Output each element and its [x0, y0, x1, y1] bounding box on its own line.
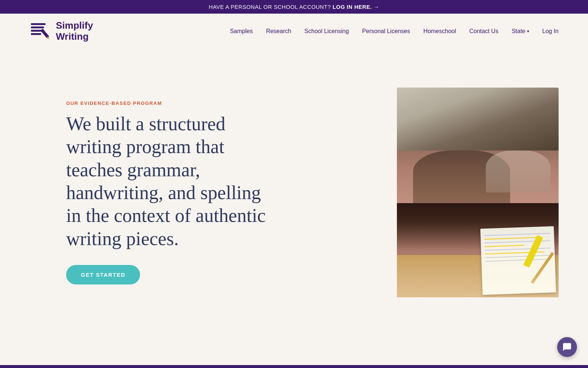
- nav-samples[interactable]: Samples: [230, 28, 253, 34]
- main-nav: Simplify Writing Samples Research School…: [0, 14, 588, 49]
- banner-icon: →: [374, 4, 379, 10]
- nav-state-dropdown[interactable]: State ▾: [512, 28, 529, 35]
- svg-rect-1: [31, 26, 44, 28]
- nav-school-licensing[interactable]: School Licensing: [304, 28, 349, 34]
- logo-text: Simplify Writing: [56, 20, 93, 42]
- hero-text-block: OUR EVIDENCE-BASED PROGRAM We built a st…: [66, 100, 272, 284]
- hero-section: OUR EVIDENCE-BASED PROGRAM We built a st…: [0, 49, 588, 343]
- bottom-bar: [0, 365, 588, 368]
- hero-photo: [397, 88, 559, 297]
- nav-personal-licenses[interactable]: Personal Licenses: [362, 28, 410, 34]
- get-started-button[interactable]: GET STARTED: [66, 265, 140, 284]
- nav-contact-us[interactable]: Contact Us: [469, 28, 498, 34]
- hero-image-container: [294, 88, 559, 297]
- chat-icon: [562, 342, 572, 352]
- top-banner: HAVE A PERSONAL OR SCHOOL ACCOUNT? LOG I…: [0, 0, 588, 14]
- nav-research[interactable]: Research: [266, 28, 291, 34]
- hero-eyebrow: OUR EVIDENCE-BASED PROGRAM: [66, 100, 272, 106]
- logo-link[interactable]: Simplify Writing: [29, 20, 93, 42]
- nav-login[interactable]: Log In: [542, 28, 559, 34]
- nav-links: Samples Research School Licensing Person…: [230, 28, 559, 35]
- banner-cta[interactable]: LOG IN HERE.: [333, 4, 372, 10]
- svg-rect-0: [31, 23, 46, 25]
- banner-prefix: HAVE A PERSONAL OR SCHOOL ACCOUNT?: [209, 4, 331, 10]
- nav-state-label: State: [512, 28, 525, 35]
- logo-icon: [29, 20, 51, 42]
- hero-heading: We built a structured writing program th…: [66, 113, 272, 250]
- nav-homeschool[interactable]: Homeschool: [423, 28, 456, 34]
- chevron-down-icon: ▾: [527, 29, 529, 34]
- chat-button[interactable]: [557, 337, 577, 357]
- svg-rect-3: [31, 33, 41, 35]
